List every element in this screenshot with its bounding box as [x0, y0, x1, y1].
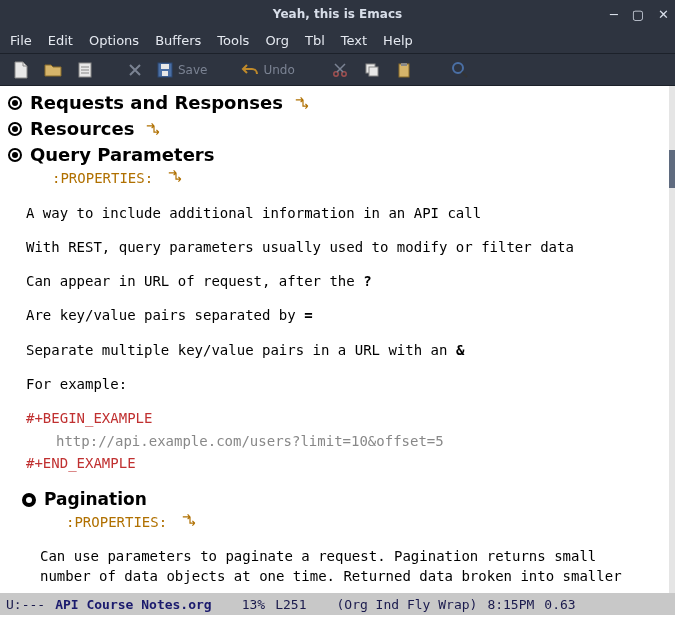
svg-point-13 — [453, 63, 463, 73]
heading-text: Pagination — [44, 487, 147, 512]
copy-icon — [364, 62, 380, 78]
save-button[interactable]: Save — [156, 61, 207, 79]
heading-requests-responses[interactable]: Requests and Responses — [8, 90, 667, 116]
paste-button[interactable] — [393, 59, 415, 81]
heading-text: Query Parameters — [30, 142, 214, 168]
body-text: Can use parameters to paginate a request… — [40, 546, 667, 566]
end-example-keyword: #+END_EXAMPLE — [26, 453, 667, 473]
bold-char: ? — [363, 273, 371, 289]
minibuffer[interactable] — [0, 615, 675, 633]
body-text: Separate multiple key/value pairs in a U… — [26, 340, 667, 360]
menu-file[interactable]: File — [10, 33, 32, 48]
fold-indicator-icon[interactable] — [182, 513, 198, 527]
scissors-icon — [332, 62, 348, 78]
bullet-icon — [8, 96, 22, 110]
toolbar[interactable]: Save Undo — [0, 54, 675, 86]
bullet-icon — [22, 493, 36, 507]
scrollbar-thumb[interactable] — [669, 150, 675, 188]
undo-button[interactable]: Undo — [241, 62, 294, 78]
clipboard-icon — [396, 62, 412, 78]
properties-drawer[interactable]: :PROPERTIES: — [52, 168, 667, 188]
body-text: With REST, query parameters usually used… — [26, 237, 667, 257]
save-label: Save — [178, 63, 207, 77]
titlebar: Yeah, this is Emacs ─ ▢ ✕ — [0, 0, 675, 28]
bold-char: = — [304, 307, 312, 323]
kill-buffer-button[interactable] — [124, 59, 146, 81]
maximize-button[interactable]: ▢ — [632, 7, 644, 22]
open-dir-button[interactable] — [74, 59, 96, 81]
bold-char: & — [456, 342, 464, 358]
new-file-button[interactable] — [10, 59, 32, 81]
modeline-percent: 13% — [242, 597, 265, 612]
minimize-button[interactable]: ─ — [610, 7, 618, 22]
fold-indicator-icon[interactable] — [146, 122, 162, 136]
save-icon — [156, 61, 174, 79]
heading-text: Requests and Responses — [30, 90, 283, 116]
properties-drawer[interactable]: :PROPERTIES: — [66, 512, 667, 532]
body-text: Can appear in URL of request, after the … — [26, 271, 667, 291]
heading-query-parameters[interactable]: Query Parameters — [8, 142, 667, 168]
menu-text[interactable]: Text — [341, 33, 367, 48]
text-fragment: Separate multiple key/value pairs in a U… — [26, 342, 456, 358]
modeline-time: 8:15PM — [487, 597, 534, 612]
search-icon — [451, 61, 469, 79]
close-icon — [127, 62, 143, 78]
svg-rect-12 — [401, 63, 407, 66]
menu-edit[interactable]: Edit — [48, 33, 73, 48]
drawer-keyword: :PROPERTIES: — [66, 514, 167, 530]
menubar[interactable]: File Edit Options Buffers Tools Org Tbl … — [0, 28, 675, 54]
modeline[interactable]: U:--- API Course Notes.org 13% L251 (Org… — [0, 593, 675, 615]
text-fragment: Are key/value pairs separated by — [26, 307, 304, 323]
new-file-icon — [12, 61, 30, 79]
menu-buffers[interactable]: Buffers — [155, 33, 201, 48]
undo-label: Undo — [263, 63, 294, 77]
open-folder-icon — [44, 61, 62, 79]
svg-rect-6 — [162, 71, 168, 76]
drawer-keyword: :PROPERTIES: — [52, 170, 153, 186]
body-text: number of data objects at one time. Retu… — [40, 566, 667, 586]
open-file-button[interactable] — [42, 59, 64, 81]
body-text: For example: — [26, 374, 667, 394]
modeline-load: 0.63 — [544, 597, 575, 612]
modeline-line: L251 — [275, 597, 306, 612]
window-buttons: ─ ▢ ✕ — [610, 0, 669, 28]
heading-resources[interactable]: Resources — [8, 116, 667, 142]
file-icon — [76, 61, 94, 79]
cut-button[interactable] — [329, 59, 351, 81]
example-body: http://api.example.com/users?limit=10&of… — [56, 431, 667, 451]
heading-pagination[interactable]: Pagination — [22, 487, 667, 512]
modeline-modes: (Org Ind Fly Wrap) — [336, 597, 477, 612]
copy-button[interactable] — [361, 59, 383, 81]
buffer-area[interactable]: Requests and Responses Resources Query P… — [0, 86, 675, 593]
menu-help[interactable]: Help — [383, 33, 413, 48]
search-button[interactable] — [449, 59, 471, 81]
begin-example-keyword: #+BEGIN_EXAMPLE — [26, 408, 667, 428]
menu-tools[interactable]: Tools — [217, 33, 249, 48]
heading-text: Resources — [30, 116, 134, 142]
bullet-icon — [8, 122, 22, 136]
svg-rect-10 — [369, 67, 378, 76]
menu-org[interactable]: Org — [265, 33, 289, 48]
body-text: Are key/value pairs separated by = — [26, 305, 667, 325]
bullet-icon — [8, 148, 22, 162]
svg-rect-5 — [161, 64, 169, 69]
close-button[interactable]: ✕ — [658, 7, 669, 22]
modeline-flags: U:--- — [6, 597, 45, 612]
fold-indicator-icon[interactable] — [168, 169, 184, 183]
menu-tbl[interactable]: Tbl — [305, 33, 325, 48]
text-fragment: Can appear in URL of request, after the — [26, 273, 363, 289]
window-title: Yeah, this is Emacs — [273, 7, 402, 21]
modeline-filename: API Course Notes.org — [55, 597, 212, 612]
body-text: A way to include additional information … — [26, 203, 667, 223]
undo-icon — [241, 62, 259, 78]
fold-indicator-icon[interactable] — [295, 96, 311, 110]
menu-options[interactable]: Options — [89, 33, 139, 48]
